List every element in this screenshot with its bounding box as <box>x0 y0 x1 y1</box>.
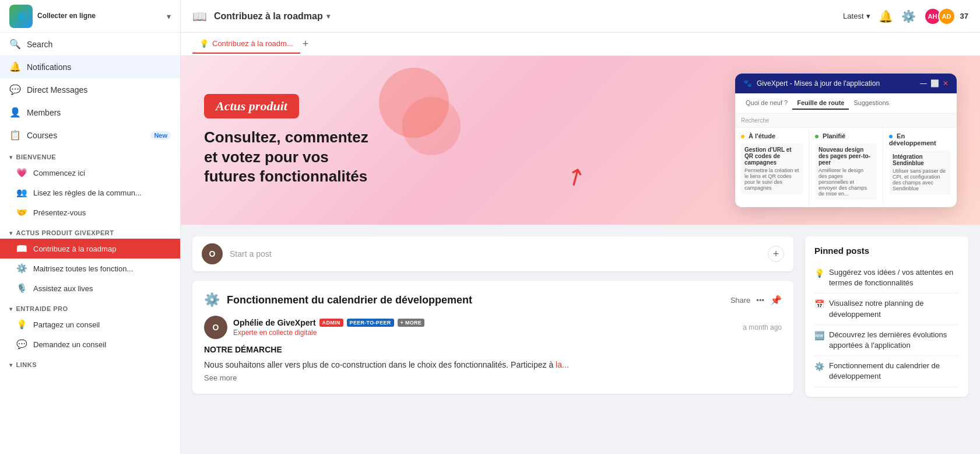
pinned-icon-2: 🆕 <box>814 330 824 342</box>
channel-title-container[interactable]: Contribuez à la roadmap ▾ <box>214 11 330 22</box>
author-subtitle: Experte en collecte digitale <box>233 329 424 337</box>
card-2-sub: Utiliser sans passer de CPI, et configur… <box>893 168 947 191</box>
roadmap-col-dev-title: En développement <box>889 132 951 146</box>
section-actus-label: ACTUS PRODUIT GIVEXPERT <box>16 229 114 236</box>
card-0-title: Gestion d'URL et QR codes de campagnes <box>744 146 799 166</box>
pinned-icon-1: 📅 <box>814 299 824 310</box>
partagez-icon: 💡 <box>16 319 27 330</box>
sidebar-item-commencez[interactable]: 💗 Commencez ici <box>0 163 180 183</box>
card-2-title: Intégration Sendinblue <box>893 153 947 166</box>
sidebar-logo[interactable]: 🌐 Collecter en ligne <box>9 5 96 28</box>
post-body: NOTRE DÉMARCHE Nous souhaitons aller ver… <box>204 345 782 382</box>
roadmap-tab-suggestions[interactable]: Suggestions <box>849 97 894 110</box>
sidebar-item-direct-messages[interactable]: 💬 Direct Messages <box>0 78 180 101</box>
maitrisez-icon: ⚙️ <box>16 263 27 274</box>
latest-dropdown[interactable]: Latest ▾ <box>843 12 870 20</box>
sidebar-item-notifications[interactable]: 🔔 Notifications <box>0 55 180 78</box>
pinned-text-0: Suggérez vos idées / vos attentes en ter… <box>829 267 959 288</box>
roadmap-card-2: Intégration Sendinblue Utiliser sans pas… <box>889 150 951 195</box>
sidebar-notifications-label: Notifications <box>27 62 71 72</box>
pinned-item-3[interactable]: ⚙️ Fonctionnement du calendrier de dével… <box>814 356 959 387</box>
roadmap-preview-header: 🐾 GiveXpert - Mises à jour de l'applicat… <box>735 74 957 93</box>
topbar-right: Latest ▾ 🔔 ⚙️ AH AD 37 <box>843 8 968 25</box>
presentez-label: Présentez-vous <box>33 208 86 217</box>
minimize-icon[interactable]: — <box>920 79 927 88</box>
sidebar-logo-text: Collecter en ligne <box>37 12 96 21</box>
lisez-icon: 👥 <box>16 187 27 198</box>
topbar: 📖 Contribuez à la roadmap ▾ Latest ▾ 🔔 ⚙… <box>181 0 980 33</box>
sidebar-item-maitrisez[interactable]: ⚙️ Maitrisez toutes les fonction... <box>0 259 180 278</box>
section-links[interactable]: ▾ Links <box>0 354 180 371</box>
roadmap-filter-bar: Recherche <box>735 114 957 128</box>
toggle-actus-icon: ▾ <box>9 230 13 236</box>
tab-roadmap[interactable]: 💡 Contribuez à la roadm... <box>192 34 300 54</box>
sidebar: 🌐 Collecter en ligne ▾ 🔍 Search 🔔 Notifi… <box>0 0 181 454</box>
courses-icon: 📋 <box>9 130 21 141</box>
sidebar-chevron-icon[interactable]: ▾ <box>167 12 171 21</box>
logo-icon: 🌐 <box>17 13 24 20</box>
more-options-button[interactable]: ••• <box>756 296 764 305</box>
sidebar-item-presentez[interactable]: 🤝 Présentez-vous <box>0 202 180 222</box>
sidebar-item-members[interactable]: 👤 Members <box>0 101 180 124</box>
sidebar-item-search[interactable]: 🔍 Search <box>0 33 180 55</box>
gear-icon[interactable]: ⚙️ <box>901 9 916 23</box>
maitrisez-label: Maitrisez toutes les fonction... <box>33 264 133 273</box>
compose-plus-button[interactable]: + <box>768 246 784 262</box>
roadmap-col-dev: En développement Intégration Sendinblue … <box>883 128 957 207</box>
sidebar-dm-label: Direct Messages <box>27 85 87 95</box>
maximize-icon[interactable]: ⬜ <box>930 79 939 88</box>
see-more-button[interactable]: See more <box>204 373 782 382</box>
assistez-label: Assistez aux lives <box>33 284 93 293</box>
section-entraide-pro[interactable]: ▾ ENTRAIDE PRO <box>0 298 180 315</box>
channel-icon: 📖 <box>192 9 207 23</box>
sidebar-item-lisez[interactable]: 👥 Lisez les règles de la commun... <box>0 183 180 202</box>
section-links-label: Links <box>16 361 37 368</box>
hero-heading: Consultez, commentez et votez pour vos f… <box>204 128 437 187</box>
tab-roadmap-icon: 💡 <box>199 39 209 48</box>
roadmap-col-planifie: Planifié Nouveau design des pages peer-t… <box>809 128 883 207</box>
avatar-ad: AD <box>938 8 956 25</box>
badge-peer: PEER-TO-PEER <box>347 319 394 327</box>
partagez-label: Partagez un conseil <box>33 320 100 329</box>
pinned-icon-3: ⚙️ <box>814 361 824 373</box>
courses-badge: New <box>150 131 171 139</box>
sidebar-header: 🌐 Collecter en ligne ▾ <box>0 0 180 33</box>
section-actus-produit[interactable]: ▾ ACTUS PRODUIT GIVEXPERT <box>0 222 180 239</box>
pinned-text-3: Fonctionnement du calendrier de développ… <box>829 361 959 382</box>
roadmap-col-planifie-title: Planifié <box>815 132 877 139</box>
roadmap-preview-card: 🐾 GiveXpert - Mises à jour de l'applicat… <box>735 74 957 207</box>
contribuez-label: Contribuez à la roadmap <box>33 245 116 253</box>
sidebar-item-partagez[interactable]: 💡 Partagez un conseil <box>0 315 180 334</box>
post-heading: NOTRE DÉMARCHE <box>204 345 782 354</box>
sidebar-item-courses[interactable]: 📋 Courses New <box>0 124 180 146</box>
close-icon[interactable]: ✕ <box>943 79 949 88</box>
share-button[interactable]: Share <box>730 296 751 305</box>
notifications-icon: 🔔 <box>9 61 21 72</box>
pinned-item-0[interactable]: 💡 Suggérez vos idées / vos attentes en t… <box>814 263 959 294</box>
roadmap-tab-quoi[interactable]: Quoi de neuf ? <box>741 97 792 110</box>
bell-icon[interactable]: 🔔 <box>879 9 893 23</box>
tab-add-button[interactable]: + <box>303 38 309 50</box>
pin-button[interactable]: 📌 <box>770 295 782 306</box>
toggle-bienvenue-icon: ▾ <box>9 154 13 160</box>
compose-input[interactable]: Start a post <box>230 249 761 259</box>
section-bienvenue[interactable]: ▾ BIENVENUE <box>0 146 180 163</box>
sidebar-item-assistez[interactable]: 🎙️ Assistez aux lives <box>0 278 180 298</box>
sidebar-item-demandez[interactable]: 💬 Demandez un conseil <box>0 334 180 354</box>
hero-badge: Actus produit <box>204 94 299 118</box>
roadmap-tab-feuille[interactable]: Feuille de route <box>792 97 849 110</box>
author-name-row: Ophélie de GiveXpert ADMIN PEER-TO-PEER … <box>233 318 424 327</box>
pinned-item-2[interactable]: 🆕 Découvrez les dernières évolutions app… <box>814 325 959 356</box>
post-card: ⚙️ Fonctionnement du calendrier de dével… <box>192 281 793 394</box>
sidebar-item-contribuez[interactable]: 📖 Contribuez à la roadmap <box>0 239 180 259</box>
roadmap-col-etude: À l'étude Gestion d'URL et QR codes de c… <box>735 128 809 207</box>
demandez-icon: 💬 <box>16 339 27 350</box>
pinned-item-1[interactable]: 📅 Visualisez notre planning de développe… <box>814 294 959 324</box>
posts-wrapper: O Start a post + ⚙️ Fonctionnement du ca… <box>181 225 980 408</box>
roadmap-card-1: Nouveau design des pages peer-to-peer Am… <box>815 143 877 200</box>
main-content: 📖 Contribuez à la roadmap ▾ Latest ▾ 🔔 ⚙… <box>181 0 980 454</box>
contribuez-icon: 📖 <box>16 243 27 254</box>
commencez-label: Commencez ici <box>33 169 85 177</box>
post-link[interactable]: la... <box>556 360 569 369</box>
post-compose[interactable]: O Start a post + <box>192 236 793 271</box>
